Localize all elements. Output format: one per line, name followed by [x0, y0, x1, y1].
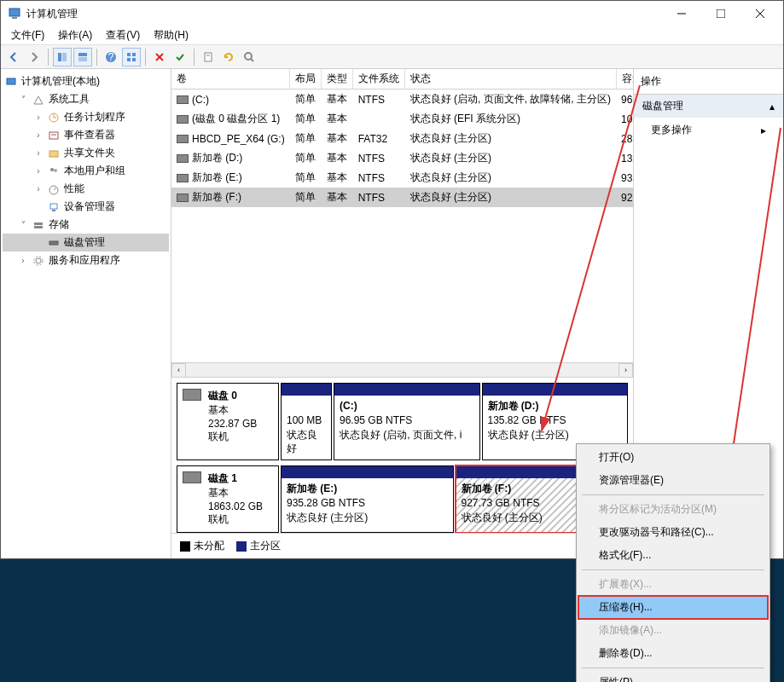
- volume-row[interactable]: 新加卷 (D:)简单基本NTFS状态良好 (主分区)135.82 GB9: [171, 148, 633, 168]
- volume-row[interactable]: 新加卷 (E:)简单基本NTFS状态良好 (主分区)935.28 GB9: [171, 168, 633, 188]
- toolbar-check-button[interactable]: [171, 48, 189, 66]
- maximize-button[interactable]: [701, 1, 740, 26]
- context-item: 添加镜像(A)...: [578, 619, 768, 642]
- disk-row: 磁盘 0基本232.87 GB联机100 MB状态良好(C:)96.95 GB …: [177, 383, 628, 460]
- context-item[interactable]: 压缩卷(H)...: [578, 596, 768, 619]
- tree-performance[interactable]: ›性能: [3, 180, 169, 198]
- back-button[interactable]: [4, 48, 23, 66]
- partition[interactable]: (C:)96.95 GB NTFS状态良好 (启动, 页面文件, i: [334, 383, 480, 460]
- toolbar-view1-button[interactable]: [53, 48, 72, 66]
- col-0[interactable]: 卷: [171, 69, 290, 90]
- toolbar-delete-button[interactable]: [150, 48, 169, 66]
- tree-root[interactable]: 计算机管理(本地): [3, 72, 169, 90]
- svg-rect-15: [132, 58, 136, 61]
- context-item[interactable]: 删除卷(D)...: [578, 642, 768, 665]
- titlebar: 计算机管理: [1, 1, 783, 26]
- toolbar-props-button[interactable]: [199, 48, 218, 66]
- svg-point-20: [245, 53, 252, 60]
- app-icon: [8, 7, 21, 20]
- menu-file[interactable]: 文件(F): [4, 26, 51, 45]
- col-5[interactable]: 容量: [616, 69, 633, 90]
- actions-more[interactable]: 更多操作▸: [634, 118, 783, 142]
- volume-list[interactable]: 卷布局类型文件系统状态容量 (C:)简单基本NTFS状态良好 (启动, 页面文件…: [171, 69, 633, 207]
- svg-text:?: ?: [108, 51, 114, 63]
- menu-action[interactable]: 操作(A): [51, 26, 99, 45]
- forward-button[interactable]: [25, 48, 44, 66]
- context-item: 将分区标记为活动分区(M): [578, 498, 768, 521]
- svg-rect-8: [78, 53, 87, 56]
- navigation-tree[interactable]: 计算机管理(本地) ˅系统工具 ›任务计划程序 ›事件查看器 ›共享文件夹 ›本…: [1, 69, 171, 558]
- context-item[interactable]: 属性(P): [578, 671, 768, 682]
- svg-rect-7: [62, 53, 67, 61]
- toolbar-find-button[interactable]: [240, 48, 258, 66]
- menu-view[interactable]: 查看(V): [99, 26, 147, 45]
- svg-rect-35: [34, 223, 43, 225]
- svg-rect-26: [49, 132, 58, 139]
- col-4[interactable]: 状态: [405, 69, 616, 90]
- context-menu: 打开(O)资源管理器(E)将分区标记为活动分区(M)更改驱动器号和路径(C)..…: [576, 443, 770, 682]
- disk-graphical-view[interactable]: 磁盘 0基本232.87 GB联机100 MB状态良好(C:)96.95 GB …: [171, 377, 633, 533]
- main-content: 卷布局类型文件系统状态容量 (C:)简单基本NTFS状态良好 (启动, 页面文件…: [171, 69, 634, 558]
- context-item[interactable]: 格式化(F)...: [578, 544, 768, 567]
- window-title: 计算机管理: [26, 7, 662, 21]
- tree-task-scheduler[interactable]: ›任务计划程序: [3, 108, 169, 126]
- svg-rect-33: [50, 204, 57, 209]
- collapse-icon: ▴: [769, 101, 775, 113]
- tree-services[interactable]: ›服务和应用程序: [3, 251, 169, 269]
- chevron-right-icon: ▸: [761, 124, 766, 136]
- actions-section[interactable]: 磁盘管理▴: [634, 95, 783, 118]
- tree-event-viewer[interactable]: ›事件查看器: [3, 126, 169, 144]
- close-button[interactable]: [740, 1, 780, 26]
- svg-rect-3: [717, 9, 725, 18]
- context-item: 扩展卷(X)...: [578, 573, 768, 596]
- svg-point-30: [54, 169, 57, 172]
- context-item[interactable]: 打开(O): [578, 446, 768, 469]
- col-1[interactable]: 布局: [290, 69, 322, 90]
- menu-help[interactable]: 帮助(H): [147, 26, 195, 45]
- svg-rect-37: [49, 241, 58, 245]
- svg-rect-28: [49, 151, 58, 157]
- svg-rect-14: [127, 58, 131, 61]
- tree-disk-management[interactable]: 磁盘管理: [3, 234, 169, 251]
- toolbar-view2-button[interactable]: [73, 48, 92, 66]
- toolbar-help-button[interactable]: ?: [102, 48, 120, 66]
- legend: 未分配 主分区: [171, 533, 633, 558]
- volume-row[interactable]: HBCD_PE_X64 (G:)简单基本FAT32状态良好 (主分区)28.64…: [171, 129, 633, 148]
- tree-system-tools[interactable]: ˅系统工具: [3, 90, 169, 108]
- toolbar-refresh-button[interactable]: [219, 48, 238, 66]
- partition[interactable]: 100 MB状态良好: [281, 383, 332, 460]
- volume-row[interactable]: (C:)简单基本NTFS状态良好 (启动, 页面文件, 故障转储, 主分区)96…: [171, 90, 633, 110]
- context-item[interactable]: 更改驱动器号和路径(C)...: [578, 521, 768, 544]
- svg-point-38: [36, 258, 41, 263]
- svg-rect-0: [9, 9, 20, 16]
- tree-local-users[interactable]: ›本地用户和组: [3, 162, 169, 180]
- disk-info[interactable]: 磁盘 1基本1863.02 GB联机: [177, 465, 279, 533]
- col-3[interactable]: 文件系统: [353, 69, 405, 90]
- svg-rect-6: [58, 53, 61, 61]
- partition[interactable]: 新加卷 (E:)935.28 GB NTFS状态良好 (主分区): [281, 465, 454, 533]
- scroll-left-button[interactable]: ‹: [171, 363, 186, 378]
- svg-rect-9: [78, 57, 87, 61]
- context-item[interactable]: 资源管理器(E): [578, 469, 768, 492]
- col-2[interactable]: 类型: [322, 69, 353, 90]
- toolbar-grid-button[interactable]: [122, 48, 141, 66]
- minimize-button[interactable]: [662, 1, 701, 26]
- svg-rect-18: [205, 53, 212, 61]
- svg-rect-1: [12, 17, 17, 19]
- volume-row[interactable]: (磁盘 0 磁盘分区 1)简单基本状态良好 (EFI 系统分区)100 MB1: [171, 109, 633, 129]
- toolbar: ?: [1, 45, 783, 69]
- scroll-right-button[interactable]: ›: [618, 363, 633, 378]
- disk-row: 磁盘 1基本1863.02 GB联机新加卷 (E:)935.28 GB NTFS…: [177, 465, 628, 533]
- disk-info[interactable]: 磁盘 0基本232.87 GB联机: [177, 383, 279, 460]
- horizontal-scrollbar[interactable]: ‹ ›: [171, 362, 633, 377]
- volume-row[interactable]: 新加卷 (F:)简单基本NTFS状态良好 (主分区)927.73 GB9: [171, 188, 633, 207]
- svg-point-29: [50, 168, 54, 171]
- tree-shared-folders[interactable]: ›共享文件夹: [3, 144, 169, 162]
- svg-line-32: [54, 188, 56, 190]
- svg-rect-12: [127, 53, 131, 56]
- tree-device-manager[interactable]: 设备管理器: [3, 198, 169, 216]
- svg-rect-13: [132, 53, 136, 56]
- tree-storage[interactable]: ˅存储: [3, 216, 169, 234]
- svg-rect-22: [7, 78, 15, 84]
- svg-rect-36: [34, 226, 43, 228]
